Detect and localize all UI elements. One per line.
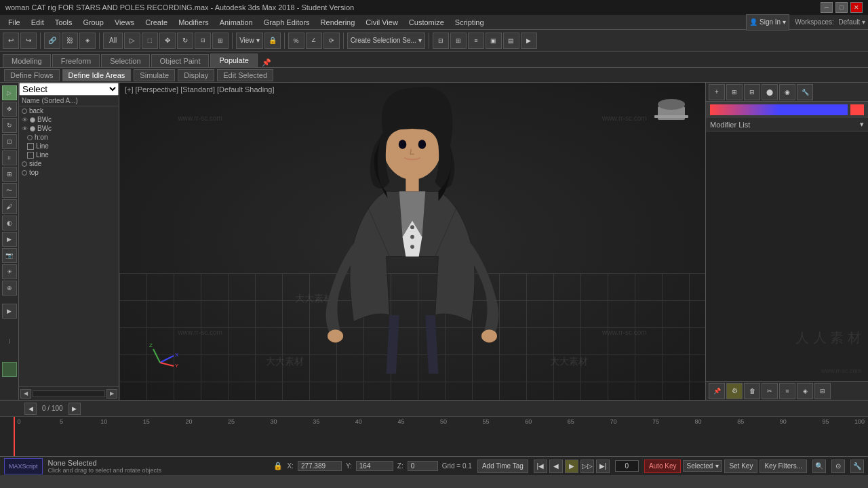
viewport-config-button[interactable]: 🔧: [850, 460, 864, 473]
render-small-button[interactable]: ▶: [2, 232, 17, 247]
minimize-button[interactable]: ─: [821, 2, 833, 13]
prev-frame-button[interactable]: ◀: [549, 460, 563, 473]
timeline-arrow-left[interactable]: ◀: [24, 403, 37, 415]
select-region-button[interactable]: ⬚: [142, 33, 158, 49]
snap-button[interactable]: ⊞: [212, 33, 229, 49]
weld-tool-button[interactable]: ⌗: [2, 150, 17, 165]
close-button[interactable]: ✕: [850, 2, 863, 13]
list-item[interactable]: top: [19, 168, 119, 177]
y-input[interactable]: [356, 461, 393, 471]
link-button[interactable]: 🔗: [44, 33, 60, 49]
go-to-end-button[interactable]: ▶|: [596, 460, 610, 473]
undo-button[interactable]: ↩: [3, 33, 19, 49]
rotate-tool-button[interactable]: ↻: [2, 118, 17, 133]
hierarchy-button[interactable]: ⊟: [744, 84, 760, 100]
helper-button[interactable]: ⊕: [2, 281, 17, 296]
select-button[interactable]: ▷: [124, 33, 140, 49]
list-item[interactable]: back: [19, 106, 119, 115]
snap-toggle-button[interactable]: ⊞: [2, 167, 17, 182]
tab-modeling[interactable]: Modeling: [3, 54, 51, 67]
search-button[interactable]: 🔍: [812, 460, 826, 473]
subtab-edit-selected[interactable]: Edit Selected: [217, 69, 273, 81]
scale-tool-button[interactable]: ⊡: [2, 134, 17, 149]
angle-btn[interactable]: ∠: [306, 33, 322, 49]
light-button[interactable]: ☀: [2, 264, 17, 279]
utilities-button[interactable]: 🔧: [797, 84, 813, 100]
list-item[interactable]: side: [19, 159, 119, 168]
list-item[interactable]: Line: [19, 150, 119, 159]
go-to-start-button[interactable]: |◀: [534, 460, 547, 473]
make-unique-button[interactable]: ◈: [797, 383, 813, 399]
menu-tools[interactable]: Tools: [50, 17, 78, 28]
isolate-button[interactable]: ⊙: [831, 460, 845, 473]
subtab-define-idle-areas[interactable]: Define Idle Areas: [62, 69, 132, 81]
redo-button[interactable]: ↪: [20, 33, 37, 49]
render-setup-button[interactable]: ▣: [486, 33, 502, 49]
select-all-button[interactable]: All: [103, 33, 123, 49]
mirror-button[interactable]: ⊟: [433, 33, 449, 49]
tab-freeform[interactable]: Freeform: [52, 54, 100, 67]
move-tool-button[interactable]: ✥: [2, 102, 17, 117]
menu-graph-editors[interactable]: Graph Editors: [258, 17, 315, 28]
timeline-track[interactable]: 0 5 10 15 20 25 30 35 40 45 50 55 60 65 …: [0, 417, 868, 456]
z-input[interactable]: [408, 461, 438, 471]
lock-icon[interactable]: 🔒: [273, 462, 283, 470]
layer-button[interactable]: ≡: [468, 33, 484, 49]
menu-file[interactable]: File: [3, 17, 26, 28]
scroll-track[interactable]: [33, 390, 105, 397]
menu-animation[interactable]: Animation: [214, 17, 258, 28]
sign-in-dropdown[interactable]: 👤 Sign In ▾: [746, 14, 789, 30]
scene-select-dropdown[interactable]: Select: [19, 83, 119, 96]
cut-button[interactable]: ✂: [762, 383, 778, 399]
menu-group[interactable]: Group: [77, 17, 109, 28]
menu-modifiers[interactable]: Modifiers: [173, 17, 214, 28]
viewport[interactable]: [+] [Perspective] [Standard] [Default Sh…: [119, 83, 705, 400]
subtab-display[interactable]: Display: [178, 69, 214, 81]
maximize-button[interactable]: □: [835, 2, 848, 13]
menu-views[interactable]: Views: [109, 17, 140, 28]
display-panel-button[interactable]: ◉: [779, 84, 795, 100]
list-item[interactable]: 👁 BWc: [19, 115, 119, 124]
create-selection-dropdown[interactable]: Create Selection Se... ▾: [347, 33, 425, 49]
bind-button[interactable]: ◈: [79, 33, 96, 49]
select-tool-button[interactable]: ▷: [2, 85, 17, 100]
color-swatch[interactable]: [2, 362, 17, 377]
rotate-button[interactable]: ↻: [177, 33, 193, 49]
unlink-button[interactable]: ⛓: [62, 33, 78, 49]
view-dropdown[interactable]: View ▾: [236, 33, 263, 49]
time-input[interactable]: [615, 460, 639, 472]
scale-button[interactable]: ⊡: [195, 33, 211, 49]
add-modifier-button[interactable]: +: [709, 84, 725, 100]
menu-scripting[interactable]: Scripting: [450, 17, 490, 28]
timeline-scrubber[interactable]: |: [8, 320, 9, 361]
render-button[interactable]: ▶: [521, 33, 537, 49]
playhead[interactable]: [14, 417, 15, 456]
tab-selection[interactable]: Selection: [101, 54, 149, 67]
select-move-button[interactable]: ✥: [159, 33, 176, 49]
configure-button[interactable]: ⚙: [726, 383, 743, 399]
curve-editor-button[interactable]: 〜: [2, 183, 17, 198]
selected-dropdown[interactable]: Selected ▾: [683, 460, 722, 472]
align-button[interactable]: ⊞: [450, 33, 467, 49]
menu-civil-view[interactable]: Civil View: [360, 17, 403, 28]
show-all-button[interactable]: ≡: [779, 383, 795, 399]
collapse-button[interactable]: ⊟: [814, 383, 831, 399]
list-item[interactable]: Line: [19, 142, 119, 150]
object-properties-button[interactable]: ⊞: [726, 84, 743, 100]
menu-rendering[interactable]: Rendering: [315, 17, 361, 28]
percent-btn1[interactable]: %: [288, 33, 304, 49]
maxscript-button[interactable]: MAXScript: [4, 458, 43, 474]
x-input[interactable]: [298, 461, 342, 471]
paint-brush-button[interactable]: 🖌: [2, 199, 17, 214]
color-preview[interactable]: [850, 104, 864, 115]
play-button-left[interactable]: ▶: [2, 304, 17, 319]
pin-stack-button[interactable]: 📌: [709, 383, 725, 399]
view-lock-button[interactable]: 🔒: [264, 33, 281, 49]
color-bar[interactable]: [710, 104, 848, 115]
render-frame-button[interactable]: ▤: [503, 33, 519, 49]
scroll-right-button[interactable]: ▶: [106, 389, 117, 399]
list-item[interactable]: h:on: [19, 133, 119, 142]
populate-pin-icon[interactable]: 📌: [262, 58, 271, 67]
motion-button[interactable]: ⬤: [762, 84, 778, 100]
spinner-btn[interactable]: ⟳: [323, 33, 340, 49]
